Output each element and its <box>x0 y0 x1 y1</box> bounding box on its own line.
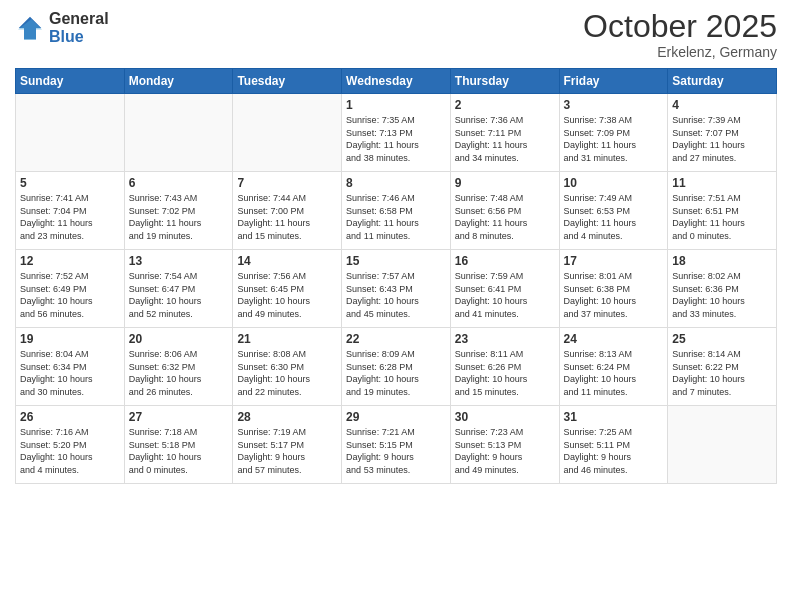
page: General Blue October 2025 Erkelenz, Germ… <box>0 0 792 612</box>
logo: General Blue <box>15 10 109 45</box>
title-block: October 2025 Erkelenz, Germany <box>583 10 777 60</box>
calendar-week-5: 26Sunrise: 7:16 AM Sunset: 5:20 PM Dayli… <box>16 406 777 484</box>
day-number: 22 <box>346 332 446 346</box>
logo-icon <box>15 13 45 43</box>
calendar-cell: 27Sunrise: 7:18 AM Sunset: 5:18 PM Dayli… <box>124 406 233 484</box>
day-number: 16 <box>455 254 555 268</box>
calendar-cell: 11Sunrise: 7:51 AM Sunset: 6:51 PM Dayli… <box>668 172 777 250</box>
day-info: Sunrise: 8:02 AM Sunset: 6:36 PM Dayligh… <box>672 270 772 320</box>
day-number: 9 <box>455 176 555 190</box>
calendar-week-1: 1Sunrise: 7:35 AM Sunset: 7:13 PM Daylig… <box>16 94 777 172</box>
calendar-cell: 6Sunrise: 7:43 AM Sunset: 7:02 PM Daylig… <box>124 172 233 250</box>
day-number: 28 <box>237 410 337 424</box>
month-title: October 2025 <box>583 10 777 42</box>
day-number: 15 <box>346 254 446 268</box>
day-info: Sunrise: 7:49 AM Sunset: 6:53 PM Dayligh… <box>564 192 664 242</box>
day-number: 5 <box>20 176 120 190</box>
calendar-cell: 9Sunrise: 7:48 AM Sunset: 6:56 PM Daylig… <box>450 172 559 250</box>
day-info: Sunrise: 7:19 AM Sunset: 5:17 PM Dayligh… <box>237 426 337 476</box>
day-number: 4 <box>672 98 772 112</box>
calendar-cell: 2Sunrise: 7:36 AM Sunset: 7:11 PM Daylig… <box>450 94 559 172</box>
day-number: 12 <box>20 254 120 268</box>
day-info: Sunrise: 7:54 AM Sunset: 6:47 PM Dayligh… <box>129 270 229 320</box>
calendar-cell: 4Sunrise: 7:39 AM Sunset: 7:07 PM Daylig… <box>668 94 777 172</box>
day-number: 25 <box>672 332 772 346</box>
day-info: Sunrise: 7:44 AM Sunset: 7:00 PM Dayligh… <box>237 192 337 242</box>
day-info: Sunrise: 7:18 AM Sunset: 5:18 PM Dayligh… <box>129 426 229 476</box>
day-header-sunday: Sunday <box>16 69 125 94</box>
day-number: 23 <box>455 332 555 346</box>
calendar-cell: 21Sunrise: 8:08 AM Sunset: 6:30 PM Dayli… <box>233 328 342 406</box>
day-number: 10 <box>564 176 664 190</box>
day-info: Sunrise: 7:48 AM Sunset: 6:56 PM Dayligh… <box>455 192 555 242</box>
location: Erkelenz, Germany <box>583 44 777 60</box>
day-info: Sunrise: 8:14 AM Sunset: 6:22 PM Dayligh… <box>672 348 772 398</box>
calendar-cell: 26Sunrise: 7:16 AM Sunset: 5:20 PM Dayli… <box>16 406 125 484</box>
day-number: 3 <box>564 98 664 112</box>
calendar-cell: 22Sunrise: 8:09 AM Sunset: 6:28 PM Dayli… <box>342 328 451 406</box>
calendar-cell: 3Sunrise: 7:38 AM Sunset: 7:09 PM Daylig… <box>559 94 668 172</box>
day-number: 24 <box>564 332 664 346</box>
calendar-cell: 8Sunrise: 7:46 AM Sunset: 6:58 PM Daylig… <box>342 172 451 250</box>
calendar-cell: 1Sunrise: 7:35 AM Sunset: 7:13 PM Daylig… <box>342 94 451 172</box>
calendar-cell: 29Sunrise: 7:21 AM Sunset: 5:15 PM Dayli… <box>342 406 451 484</box>
day-number: 30 <box>455 410 555 424</box>
calendar-cell: 24Sunrise: 8:13 AM Sunset: 6:24 PM Dayli… <box>559 328 668 406</box>
day-header-thursday: Thursday <box>450 69 559 94</box>
day-number: 27 <box>129 410 229 424</box>
calendar-cell: 23Sunrise: 8:11 AM Sunset: 6:26 PM Dayli… <box>450 328 559 406</box>
calendar-cell: 14Sunrise: 7:56 AM Sunset: 6:45 PM Dayli… <box>233 250 342 328</box>
day-number: 8 <box>346 176 446 190</box>
day-number: 13 <box>129 254 229 268</box>
day-info: Sunrise: 7:52 AM Sunset: 6:49 PM Dayligh… <box>20 270 120 320</box>
day-info: Sunrise: 7:23 AM Sunset: 5:13 PM Dayligh… <box>455 426 555 476</box>
calendar-header-row: SundayMondayTuesdayWednesdayThursdayFrid… <box>16 69 777 94</box>
day-info: Sunrise: 8:09 AM Sunset: 6:28 PM Dayligh… <box>346 348 446 398</box>
logo-general: General <box>49 10 109 28</box>
day-number: 6 <box>129 176 229 190</box>
day-header-monday: Monday <box>124 69 233 94</box>
calendar-cell <box>668 406 777 484</box>
day-header-wednesday: Wednesday <box>342 69 451 94</box>
day-number: 21 <box>237 332 337 346</box>
calendar-week-4: 19Sunrise: 8:04 AM Sunset: 6:34 PM Dayli… <box>16 328 777 406</box>
logo-text: General Blue <box>49 10 109 45</box>
day-info: Sunrise: 8:13 AM Sunset: 6:24 PM Dayligh… <box>564 348 664 398</box>
calendar: SundayMondayTuesdayWednesdayThursdayFrid… <box>15 68 777 484</box>
calendar-cell: 12Sunrise: 7:52 AM Sunset: 6:49 PM Dayli… <box>16 250 125 328</box>
calendar-cell: 30Sunrise: 7:23 AM Sunset: 5:13 PM Dayli… <box>450 406 559 484</box>
day-info: Sunrise: 7:43 AM Sunset: 7:02 PM Dayligh… <box>129 192 229 242</box>
day-number: 20 <box>129 332 229 346</box>
calendar-cell: 15Sunrise: 7:57 AM Sunset: 6:43 PM Dayli… <box>342 250 451 328</box>
day-info: Sunrise: 7:38 AM Sunset: 7:09 PM Dayligh… <box>564 114 664 164</box>
day-info: Sunrise: 8:04 AM Sunset: 6:34 PM Dayligh… <box>20 348 120 398</box>
day-info: Sunrise: 7:59 AM Sunset: 6:41 PM Dayligh… <box>455 270 555 320</box>
calendar-cell: 10Sunrise: 7:49 AM Sunset: 6:53 PM Dayli… <box>559 172 668 250</box>
day-info: Sunrise: 7:56 AM Sunset: 6:45 PM Dayligh… <box>237 270 337 320</box>
calendar-cell: 31Sunrise: 7:25 AM Sunset: 5:11 PM Dayli… <box>559 406 668 484</box>
day-info: Sunrise: 7:51 AM Sunset: 6:51 PM Dayligh… <box>672 192 772 242</box>
calendar-cell <box>124 94 233 172</box>
day-number: 11 <box>672 176 772 190</box>
calendar-cell: 18Sunrise: 8:02 AM Sunset: 6:36 PM Dayli… <box>668 250 777 328</box>
calendar-cell <box>233 94 342 172</box>
day-info: Sunrise: 7:39 AM Sunset: 7:07 PM Dayligh… <box>672 114 772 164</box>
calendar-cell: 5Sunrise: 7:41 AM Sunset: 7:04 PM Daylig… <box>16 172 125 250</box>
day-number: 7 <box>237 176 337 190</box>
day-info: Sunrise: 8:06 AM Sunset: 6:32 PM Dayligh… <box>129 348 229 398</box>
calendar-week-2: 5Sunrise: 7:41 AM Sunset: 7:04 PM Daylig… <box>16 172 777 250</box>
day-info: Sunrise: 7:21 AM Sunset: 5:15 PM Dayligh… <box>346 426 446 476</box>
calendar-cell: 19Sunrise: 8:04 AM Sunset: 6:34 PM Dayli… <box>16 328 125 406</box>
logo-blue: Blue <box>49 28 109 46</box>
day-info: Sunrise: 8:01 AM Sunset: 6:38 PM Dayligh… <box>564 270 664 320</box>
calendar-cell: 25Sunrise: 8:14 AM Sunset: 6:22 PM Dayli… <box>668 328 777 406</box>
day-info: Sunrise: 7:36 AM Sunset: 7:11 PM Dayligh… <box>455 114 555 164</box>
calendar-cell: 7Sunrise: 7:44 AM Sunset: 7:00 PM Daylig… <box>233 172 342 250</box>
header: General Blue October 2025 Erkelenz, Germ… <box>15 10 777 60</box>
day-header-saturday: Saturday <box>668 69 777 94</box>
calendar-cell: 28Sunrise: 7:19 AM Sunset: 5:17 PM Dayli… <box>233 406 342 484</box>
day-info: Sunrise: 7:46 AM Sunset: 6:58 PM Dayligh… <box>346 192 446 242</box>
day-info: Sunrise: 7:35 AM Sunset: 7:13 PM Dayligh… <box>346 114 446 164</box>
day-number: 17 <box>564 254 664 268</box>
calendar-cell: 20Sunrise: 8:06 AM Sunset: 6:32 PM Dayli… <box>124 328 233 406</box>
